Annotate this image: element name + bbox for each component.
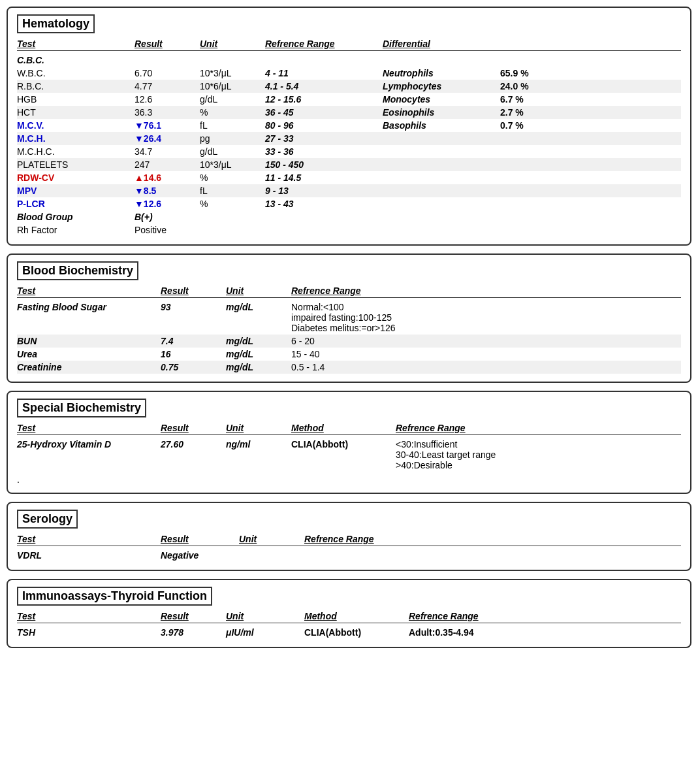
bio-unit: mg/dL [226,362,291,372]
hema-ref-range: 11 - 14.5 [265,172,383,183]
hema-ref-range: 33 - 36 [265,146,383,157]
bio-ref-range: 15 - 40 [291,349,552,359]
hema-unit: % [200,199,265,209]
hema-header-result: Result [135,39,200,49]
spec-header-method: Method [291,423,396,433]
sero-header-unit: Unit [239,534,304,544]
hema-diff-val [500,172,552,183]
bio-unit: mg/dL [226,336,291,346]
cbc-group-label: C.B.C. [17,54,681,67]
hema-diff-val [500,186,552,196]
hema-unit: % [200,172,265,183]
bio-header-result: Result [161,286,226,296]
spec-header-result: Result [161,423,226,433]
bio-header-test: Test [17,286,161,296]
table-row: PLATELETS24710*3/μL150 - 450 [17,158,681,171]
bio-ref-range: 0.5 - 1.4 [291,362,552,372]
hema-result-value: 4.77 [135,81,200,91]
cbc-label: C.B.C. [17,55,135,65]
hema-diff-name [383,146,500,157]
hema-test-name: W.B.C. [17,68,135,78]
hema-test-name: M.C.H.C. [17,146,135,157]
hema-header-refrange: Refrence Range [265,39,383,49]
hematology-title: Hematology [17,14,95,33]
serology-section: Serology Test Result Unit Refrence Range… [7,502,691,571]
hema-ref-range: 9 - 13 [265,186,383,196]
hema-diff-val [500,146,552,157]
hema-diff-name: Lymphocytes [383,81,500,91]
immuno-result-value: 3.978 [161,627,226,638]
table-row: M.C.V.▼76.1fL80 - 96Basophils0.7 % [17,119,681,132]
spec-headers: Test Result Unit Method Refrence Range [17,423,681,435]
hema-test-name: MPV [17,186,135,196]
serology-title: Serology [17,510,78,529]
sero-header-refrange: Refrence Range [304,534,500,544]
bio-test-name: Fasting Blood Sugar [17,302,161,333]
hema-test-name: P-LCR [17,199,135,209]
hema-result-value: ▼76.1 [135,120,200,131]
spec-header-test: Test [17,423,161,433]
hema-diff-val [500,159,552,170]
hema-test-name: R.B.C. [17,81,135,91]
table-row: HCT36.3%36 - 45Eosinophils2.7 % [17,106,681,119]
hema-result-value: ▼8.5 [135,186,200,196]
sero-rows: VDRLNegative [17,549,681,562]
spec-method: CLIA(Abbott) [291,439,396,470]
spec-result-value: 27.60 [161,439,226,470]
table-row: Urea16mg/dL15 - 40 [17,348,681,361]
spec-header-unit: Unit [226,423,291,433]
hema-diff-name [383,159,500,170]
hema-unit: g/dL [200,146,265,157]
bio-result-value: 7.4 [161,336,226,346]
hema-result-value: 247 [135,159,200,170]
table-row: W.B.C.6.7010*3/μL4 - 11Neutrophils65.9 % [17,67,681,80]
table-row: RDW-CV▲14.6%11 - 14.5 [17,171,681,184]
hema-diff-val: 2.7 % [500,107,552,118]
hematology-headers: Test Result Unit Refrence Range Differen… [17,39,681,51]
hema-diff-name: Basophils [383,120,500,131]
table-row: Creatinine0.75mg/dL0.5 - 1.4 [17,361,681,374]
hema-diff-name: Monocytes [383,94,500,105]
hema-diff-name: Eosinophils [383,107,500,118]
hema-unit: pg [200,133,265,144]
hema-test-name: M.C.H. [17,133,135,144]
bio-test-name: Urea [17,349,161,359]
hema-diff-val: 0.7 % [500,120,552,131]
rh-factor-label: Rh Factor [17,225,135,235]
hema-diff-val [500,133,552,144]
blood-group-label: Blood Group [17,212,135,222]
hema-unit: g/dL [200,94,265,105]
hema-ref-range: 150 - 450 [265,159,383,170]
sero-header-test: Test [17,534,161,544]
table-row: R.B.C.4.7710*6/μL4.1 - 5.4Lymphocytes24.… [17,80,681,93]
bio-result-value: 0.75 [161,362,226,372]
bio-result-value: 93 [161,302,226,333]
immuno-header-test: Test [17,611,161,621]
hema-ref-range: 13 - 43 [265,199,383,209]
hema-test-name: RDW-CV [17,172,135,183]
spec-rows: 25-Hydroxy Vitamin D27.60ng/mlCLIA(Abbot… [17,438,681,472]
spec-test-name: 25-Hydroxy Vitamin D [17,439,161,470]
hema-result-value: ▲14.6 [135,172,200,183]
hema-ref-range: 80 - 96 [265,120,383,131]
immuno-header-unit: Unit [226,611,304,621]
hema-test-name: HGB [17,94,135,105]
blood-group-row: Blood Group B(+) [17,210,681,223]
hema-diff-val: 24.0 % [500,81,552,91]
hematology-section: Hematology Test Result Unit Refrence Ran… [7,7,691,246]
hema-header-unit: Unit [200,39,265,49]
hema-result-value: ▼12.6 [135,199,200,209]
bio-ref-range: Normal:<100 impaired fasting:100-125 Dia… [291,302,552,333]
hematology-rows: W.B.C.6.7010*3/μL4 - 11Neutrophils65.9 %… [17,67,681,210]
table-row: P-LCR▼12.6%13 - 43 [17,197,681,210]
hema-test-name: PLATELETS [17,159,135,170]
hema-unit: 10*6/μL [200,81,265,91]
sero-headers: Test Result Unit Refrence Range [17,534,681,546]
hema-diff-name [383,172,500,183]
hema-result-value: ▼26.4 [135,133,200,144]
hema-ref-range: 36 - 45 [265,107,383,118]
immuno-header-refrange: Refrence Range [409,611,605,621]
table-row: VDRLNegative [17,549,681,562]
bio-result-value: 16 [161,349,226,359]
hema-unit: fL [200,186,265,196]
